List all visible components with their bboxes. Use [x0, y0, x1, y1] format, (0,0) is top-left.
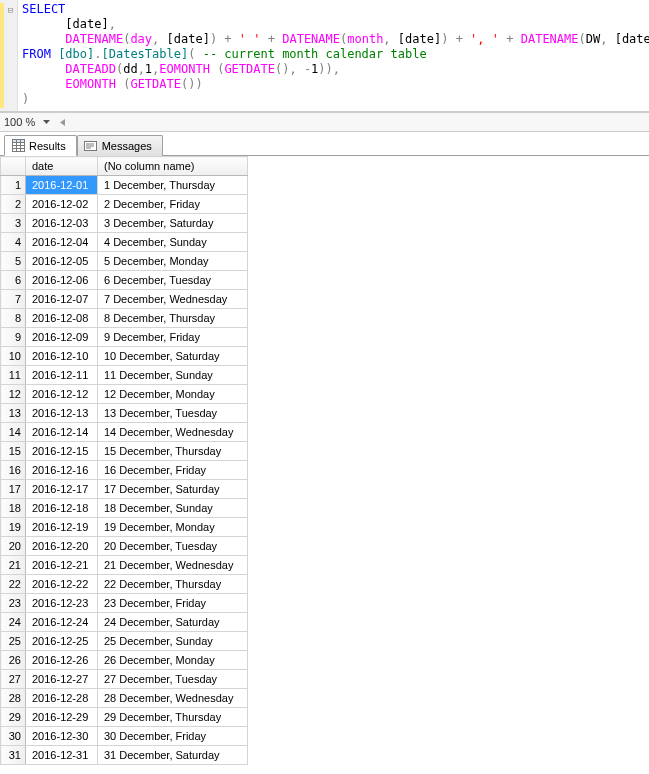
cell-date[interactable]: 2016-12-27 — [26, 670, 98, 689]
cell-value[interactable]: 21 December, Wednesday — [98, 556, 248, 575]
table-row[interactable]: 182016-12-1818 December, Sunday — [1, 499, 248, 518]
cell-value[interactable]: 31 December, Saturday — [98, 746, 248, 765]
cell-date[interactable]: 2016-12-18 — [26, 499, 98, 518]
cell-value[interactable]: 18 December, Sunday — [98, 499, 248, 518]
cell-date[interactable]: 2016-12-28 — [26, 689, 98, 708]
cell-date[interactable]: 2016-12-26 — [26, 651, 98, 670]
row-number[interactable]: 3 — [1, 214, 26, 233]
cell-date[interactable]: 2016-12-24 — [26, 613, 98, 632]
cell-date[interactable]: 2016-12-01 — [26, 176, 98, 195]
cell-date[interactable]: 2016-12-15 — [26, 442, 98, 461]
row-number[interactable]: 17 — [1, 480, 26, 499]
cell-value[interactable]: 25 December, Sunday — [98, 632, 248, 651]
cell-date[interactable]: 2016-12-23 — [26, 594, 98, 613]
row-number[interactable]: 22 — [1, 575, 26, 594]
cell-date[interactable]: 2016-12-29 — [26, 708, 98, 727]
row-number[interactable]: 4 — [1, 233, 26, 252]
row-number[interactable]: 13 — [1, 404, 26, 423]
cell-date[interactable]: 2016-12-14 — [26, 423, 98, 442]
row-number[interactable]: 24 — [1, 613, 26, 632]
cell-date[interactable]: 2016-12-16 — [26, 461, 98, 480]
cell-date[interactable]: 2016-12-21 — [26, 556, 98, 575]
table-row[interactable]: 202016-12-2020 December, Tuesday — [1, 537, 248, 556]
cell-date[interactable]: 2016-12-20 — [26, 537, 98, 556]
table-row[interactable]: 52016-12-055 December, Monday — [1, 252, 248, 271]
cell-value[interactable]: 2 December, Friday — [98, 195, 248, 214]
cell-value[interactable]: 20 December, Tuesday — [98, 537, 248, 556]
table-row[interactable]: 82016-12-088 December, Thursday — [1, 309, 248, 328]
cell-value[interactable]: 6 December, Tuesday — [98, 271, 248, 290]
table-row[interactable]: 142016-12-1414 December, Wednesday — [1, 423, 248, 442]
cell-value[interactable]: 13 December, Tuesday — [98, 404, 248, 423]
cell-date[interactable]: 2016-12-25 — [26, 632, 98, 651]
table-row[interactable]: 132016-12-1313 December, Tuesday — [1, 404, 248, 423]
code-text[interactable]: SELECT [date], DATENAME(day, [date]) + '… — [18, 0, 649, 111]
cell-date[interactable]: 2016-12-30 — [26, 727, 98, 746]
cell-value[interactable]: 15 December, Thursday — [98, 442, 248, 461]
table-row[interactable]: 92016-12-099 December, Friday — [1, 328, 248, 347]
cell-value[interactable]: 8 December, Thursday — [98, 309, 248, 328]
zoom-dropdown-icon[interactable] — [41, 117, 51, 127]
cell-value[interactable]: 24 December, Saturday — [98, 613, 248, 632]
zoom-level[interactable]: 100 % — [4, 116, 35, 128]
table-row[interactable]: 172016-12-1717 December, Saturday — [1, 480, 248, 499]
table-row[interactable]: 312016-12-3131 December, Saturday — [1, 746, 248, 765]
row-number[interactable]: 10 — [1, 347, 26, 366]
row-number[interactable]: 6 — [1, 271, 26, 290]
cell-value[interactable]: 17 December, Saturday — [98, 480, 248, 499]
cell-value[interactable]: 4 December, Sunday — [98, 233, 248, 252]
row-number[interactable]: 27 — [1, 670, 26, 689]
cell-date[interactable]: 2016-12-07 — [26, 290, 98, 309]
table-row[interactable]: 282016-12-2828 December, Wednesday — [1, 689, 248, 708]
cell-value[interactable]: 26 December, Monday — [98, 651, 248, 670]
column-header-date[interactable]: date — [26, 157, 98, 176]
table-row[interactable]: 232016-12-2323 December, Friday — [1, 594, 248, 613]
table-row[interactable]: 62016-12-066 December, Tuesday — [1, 271, 248, 290]
tab-messages[interactable]: Messages — [77, 135, 163, 156]
row-number[interactable]: 7 — [1, 290, 26, 309]
row-number[interactable]: 11 — [1, 366, 26, 385]
table-row[interactable]: 192016-12-1919 December, Monday — [1, 518, 248, 537]
table-row[interactable]: 22016-12-022 December, Friday — [1, 195, 248, 214]
table-row[interactable]: 302016-12-3030 December, Friday — [1, 727, 248, 746]
row-number[interactable]: 1 — [1, 176, 26, 195]
cell-value[interactable]: 9 December, Friday — [98, 328, 248, 347]
cell-value[interactable]: 23 December, Friday — [98, 594, 248, 613]
table-row[interactable]: 152016-12-1515 December, Thursday — [1, 442, 248, 461]
corner-cell[interactable] — [1, 157, 26, 176]
table-row[interactable]: 102016-12-1010 December, Saturday — [1, 347, 248, 366]
cell-date[interactable]: 2016-12-31 — [26, 746, 98, 765]
cell-value[interactable]: 3 December, Saturday — [98, 214, 248, 233]
cell-date[interactable]: 2016-12-22 — [26, 575, 98, 594]
table-row[interactable]: 212016-12-2121 December, Wednesday — [1, 556, 248, 575]
table-row[interactable]: 162016-12-1616 December, Friday — [1, 461, 248, 480]
cell-value[interactable]: 7 December, Wednesday — [98, 290, 248, 309]
row-number[interactable]: 15 — [1, 442, 26, 461]
cell-value[interactable]: 11 December, Sunday — [98, 366, 248, 385]
table-row[interactable]: 272016-12-2727 December, Tuesday — [1, 670, 248, 689]
cell-date[interactable]: 2016-12-12 — [26, 385, 98, 404]
table-row[interactable]: 32016-12-033 December, Saturday — [1, 214, 248, 233]
cell-date[interactable]: 2016-12-19 — [26, 518, 98, 537]
cell-date[interactable]: 2016-12-05 — [26, 252, 98, 271]
cell-value[interactable]: 5 December, Monday — [98, 252, 248, 271]
row-number[interactable]: 25 — [1, 632, 26, 651]
collapse-icon[interactable]: ⊟ — [4, 3, 18, 108]
table-row[interactable]: 12016-12-011 December, Thursday — [1, 176, 248, 195]
row-number[interactable]: 18 — [1, 499, 26, 518]
cell-value[interactable]: 10 December, Saturday — [98, 347, 248, 366]
row-number[interactable]: 20 — [1, 537, 26, 556]
cell-date[interactable]: 2016-12-10 — [26, 347, 98, 366]
table-row[interactable]: 262016-12-2626 December, Monday — [1, 651, 248, 670]
cell-date[interactable]: 2016-12-04 — [26, 233, 98, 252]
cell-date[interactable]: 2016-12-09 — [26, 328, 98, 347]
scroll-left-icon[interactable] — [57, 117, 67, 127]
cell-date[interactable]: 2016-12-11 — [26, 366, 98, 385]
cell-date[interactable]: 2016-12-17 — [26, 480, 98, 499]
row-number[interactable]: 9 — [1, 328, 26, 347]
cell-date[interactable]: 2016-12-03 — [26, 214, 98, 233]
row-number[interactable]: 14 — [1, 423, 26, 442]
cell-date[interactable]: 2016-12-13 — [26, 404, 98, 423]
row-number[interactable]: 21 — [1, 556, 26, 575]
column-header-nocolumn[interactable]: (No column name) — [98, 157, 248, 176]
